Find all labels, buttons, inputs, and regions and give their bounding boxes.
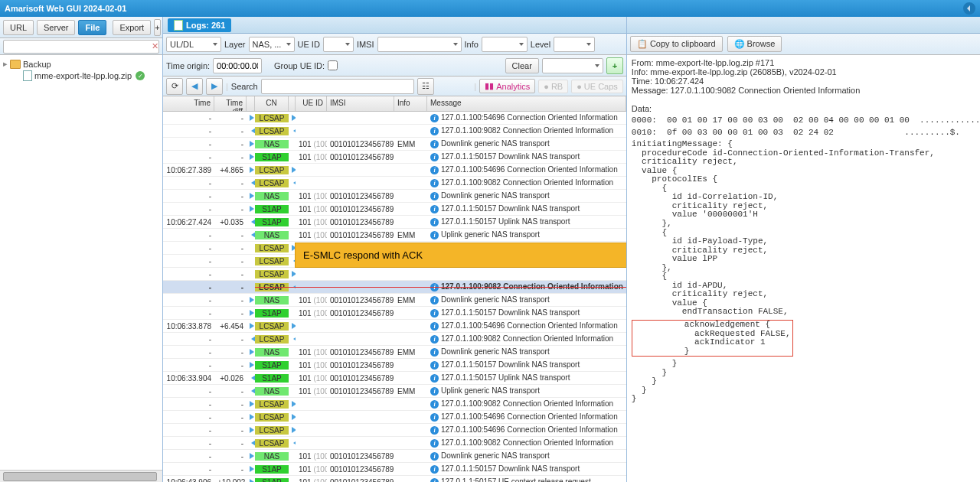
file-tree: ▸ Backup mme-export-lte-lpp.log.zip ✓ (0, 55, 162, 470)
url-button[interactable]: URL (3, 20, 34, 35)
refresh-icon[interactable]: ⟳ (166, 78, 183, 95)
table-row[interactable]: --LCSAPi127.0.1.100:9082 Connection Orie… (163, 125, 626, 138)
tree-file-label: mme-export-lte-lpp.log.zip (34, 71, 132, 80)
table-row[interactable]: --S1AP101 (100)001010123456789i127.0.1.1… (163, 203, 626, 216)
check-icon: ✓ (136, 71, 145, 80)
tree-file[interactable]: mme-export-lte-lpp.log.zip ✓ (3, 70, 159, 82)
detail-ack-box: acknowledgement { ackRequested FALSE, ac… (632, 320, 793, 357)
document-icon (174, 20, 183, 31)
clear-button[interactable]: Clear (505, 58, 539, 73)
table-row[interactable]: --S1AP101 (100)001010123456789i127.0.1.1… (163, 151, 626, 164)
table-row[interactable]: 10:06:27.389+4.865LCSAPi127.0.1.100:5469… (163, 164, 626, 177)
tab-label: Logs: 261 (186, 21, 225, 30)
app-title: Amarisoft Web GUI 2024-02-01 (5, 4, 126, 13)
table-row[interactable]: --LCSAPi127.0.1.100:54696 Connection Ori… (163, 424, 626, 437)
export-button[interactable]: Export (113, 20, 151, 35)
prev-icon[interactable]: ◀ (186, 78, 203, 95)
table-row[interactable]: --LCSAPi127.0.1.100:9082 Connection Orie… (163, 177, 626, 190)
tree-folder-label: Backup (23, 60, 51, 69)
file-button[interactable]: File (78, 20, 106, 35)
info-select[interactable] (482, 37, 528, 52)
browse-button[interactable]: 🌐 Browse (727, 36, 782, 52)
tree-folder[interactable]: ▸ Backup (3, 58, 159, 70)
log-grid[interactable]: Time Time diff CN UE ID IMSI Info Messag… (163, 96, 626, 482)
table-row[interactable]: --NAS101 (100)001010123456789EMMiDownlin… (163, 138, 626, 151)
table-row[interactable]: --LCSAPi127.0.1.100:54696 Connection Ori… (163, 112, 626, 125)
table-row[interactable]: --LCSAPi127.0.1.100:9082 Connection Orie… (163, 437, 626, 450)
left-panel: URL Server File Export + ✕ ▸ Backup mme-… (0, 17, 163, 482)
imsi-select[interactable] (377, 37, 462, 52)
detail-tail: } } } } } (632, 360, 980, 404)
detail-info: Info: mme-export-lte-lpp.log.zip (26085B… (632, 67, 980, 77)
add-preset-icon[interactable]: + (606, 57, 623, 74)
detail-body: initiatingMessage: { procedureCode id-Co… (632, 140, 980, 317)
table-row[interactable]: --NAS101 (100)001010123456789EMMiDownlin… (163, 294, 626, 307)
uecaps-button: ●UE Caps (571, 80, 623, 93)
table-row[interactable]: --S1AP101 (100)001010123456789i127.0.1.1… (163, 307, 626, 320)
logs-panel: Logs: 261 UL/DL Layer NAS, ... UE ID IMS… (163, 17, 627, 482)
app-header: Amarisoft Web GUI 2024-02-01 (0, 0, 980, 17)
search-tree-icon[interactable]: ☷ (417, 78, 434, 95)
callout-annotation: E-SMLC respond with ACK (295, 243, 626, 268)
detail-time: Time: 10:06:27.424 (632, 77, 980, 86)
detail-from: From: mme-export-lte-lpp.log.zip #171 (632, 58, 980, 67)
uldl-select[interactable]: UL/DL (166, 37, 221, 52)
table-row[interactable]: --NAS101 (100)001010123456789EMMiDownlin… (163, 346, 626, 359)
detail-data-label: Data: (632, 104, 980, 113)
table-row[interactable]: --NAS101 (100)001010123456789EMMiUplink … (163, 385, 626, 398)
table-row[interactable]: --S1AP101 (100)001010123456789i127.0.1.1… (163, 463, 626, 476)
tab-bar: Logs: 261 (163, 17, 626, 34)
table-row[interactable]: --S1AP101 (100)001010123456789i127.0.1.1… (163, 359, 626, 372)
server-button[interactable]: Server (37, 20, 75, 35)
add-icon[interactable]: + (154, 19, 160, 36)
table-row[interactable]: --LCSAPi127.0.1.100:54696 Connection Ori… (163, 411, 626, 424)
table-row[interactable]: --NAS101 (100)001010123456789iDownlink g… (163, 450, 626, 463)
next-icon[interactable]: ▶ (206, 78, 223, 95)
folder-icon (10, 60, 21, 69)
clear-filter-icon[interactable]: ✕ (149, 41, 160, 51)
rb-button: ●RB (538, 80, 568, 93)
table-row[interactable]: --LCSAP (163, 268, 626, 281)
collapse-icon[interactable] (963, 2, 975, 15)
tree-filter-input[interactable] (3, 40, 159, 54)
analytics-button[interactable]: ▮▮Analytics (479, 79, 535, 93)
tab-logs[interactable]: Logs: 261 (168, 18, 231, 32)
table-row[interactable]: 10:06:33.878+6.454LCSAPi127.0.1.100:5469… (163, 320, 626, 333)
detail-panel: 📋 Copy to clipboard 🌐 Browse From: mme-e… (627, 17, 980, 482)
redline-annotation (255, 287, 626, 288)
level-select[interactable] (554, 37, 595, 52)
table-row[interactable]: --NAS101 (100)001010123456789EMMiUplink … (163, 229, 626, 242)
table-row[interactable]: --LCSAPi127.0.1.100:9082 Connection Orie… (163, 333, 626, 346)
layer-select[interactable]: NAS, ... (249, 37, 295, 52)
file-icon (23, 70, 32, 81)
search-input[interactable] (261, 79, 414, 94)
table-row[interactable]: 10:06:33.904+0.026S1AP101 (100)001010123… (163, 372, 626, 385)
table-row[interactable]: 10:06:43.906+10.002S1AP101 (100)00101012… (163, 476, 626, 482)
copy-button[interactable]: 📋 Copy to clipboard (630, 36, 723, 52)
grid-header: Time Time diff CN UE ID IMSI Info Messag… (163, 96, 626, 112)
left-scrollbar[interactable] (0, 470, 162, 482)
table-row[interactable]: 10:06:27.424+0.035S1AP101 (100)001010123… (163, 216, 626, 229)
ueid-select[interactable] (323, 37, 354, 52)
preset-select[interactable] (542, 58, 603, 73)
table-row[interactable]: --LCSAPi127.0.1.100:9082 Connection Orie… (163, 398, 626, 411)
table-row[interactable]: --NAS101 (100)001010123456789iDownlink g… (163, 190, 626, 203)
detail-hex1: 0000: 00 01 00 17 00 00 03 00 02 00 04 0… (632, 116, 980, 125)
detail-message: Message: 127.0.1.100:9082 Connection Ori… (632, 86, 980, 95)
time-origin-input[interactable] (213, 58, 262, 73)
group-ueid-checkbox[interactable] (328, 60, 338, 70)
detail-hex2: 0010: 0f 00 03 00 00 01 00 03 02 24 02 .… (632, 129, 980, 138)
